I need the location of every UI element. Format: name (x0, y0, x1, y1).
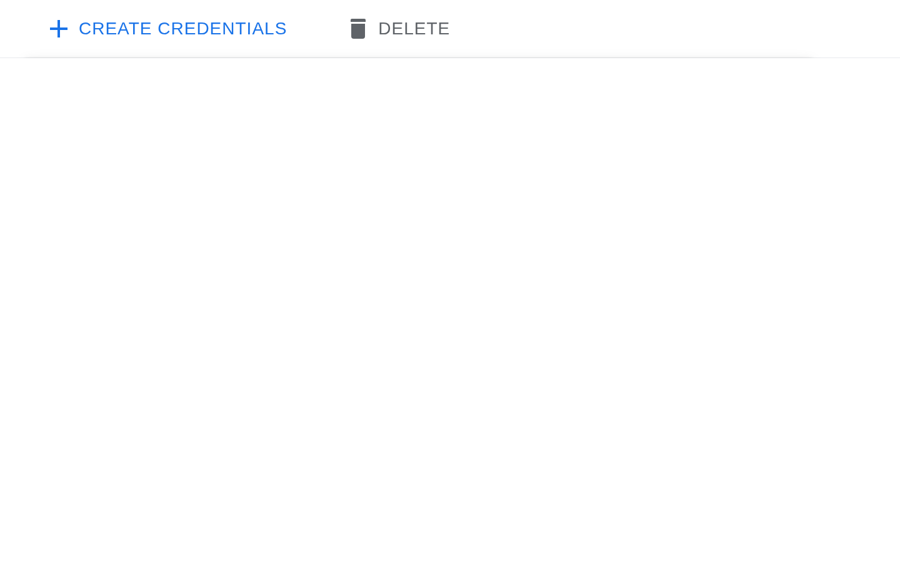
plus-icon (50, 20, 68, 37)
delete-label: DELETE (378, 19, 450, 39)
delete-button[interactable]: DELETE (349, 19, 450, 39)
create-credentials-label: CREATE CREDENTIALS (79, 19, 287, 39)
toolbar: CREATE CREDENTIALS DELETE (0, 0, 900, 58)
create-credentials-button[interactable]: CREATE CREDENTIALS (50, 19, 287, 39)
trash-icon (349, 19, 367, 39)
